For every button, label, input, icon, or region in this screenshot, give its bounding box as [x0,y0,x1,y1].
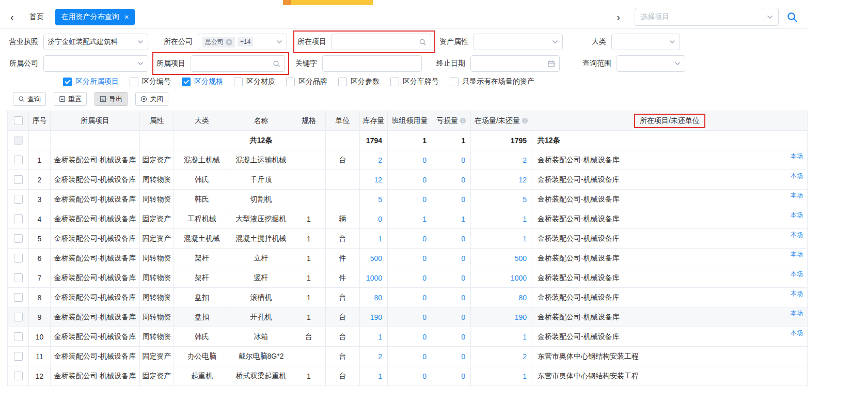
onsite-value-link[interactable]: 1 [523,333,527,341]
onsite-value-link[interactable]: 80 [518,294,527,302]
end-date-input[interactable] [470,55,560,72]
row-checkbox[interactable] [14,254,23,263]
distinguish-option[interactable]: 区分规格 [182,77,223,86]
close-button[interactable]: 关闭 [135,92,168,106]
select-all-checkbox[interactable] [14,116,23,125]
onsite-here-link[interactable]: 本场 [791,152,803,161]
distinguish-option[interactable]: 区分参数 [338,77,380,86]
onsite-here-link[interactable]: 本场 [791,329,803,337]
loss-value-link[interactable]: 0 [461,235,465,243]
loss-value-link[interactable]: 0 [461,294,465,302]
team-usage-value-link[interactable]: 0 [422,195,427,204]
project-select[interactable]: 选择项目 [635,8,779,26]
query-scope-select[interactable] [617,55,685,72]
onsite-value-link[interactable]: 1 [523,215,527,223]
tag-close-icon[interactable]: × [226,39,232,45]
row-checkbox[interactable] [14,293,23,302]
calendar-icon[interactable] [547,60,555,68]
onsite-here-link[interactable]: 本场 [791,309,803,318]
loss-value-link[interactable]: 0 [461,254,465,263]
loss-value-link[interactable]: 0 [461,195,465,204]
team-usage-value-link[interactable]: 0 [422,274,427,282]
distinguish-option[interactable]: 区分编号 [130,77,171,86]
team-usage-value-link[interactable]: 0 [422,372,427,380]
info-icon[interactable] [522,117,528,124]
loss-value-link[interactable]: 0 [461,156,465,164]
stock-value-link[interactable]: 80 [374,294,382,302]
distinguish-option[interactable]: 区分品牌 [286,77,327,86]
option-checkbox[interactable] [450,78,459,86]
tab-home[interactable]: 首页 [21,9,52,25]
onsite-here-link[interactable]: 本场 [791,172,803,180]
loss-value-link[interactable]: 0 [461,333,465,341]
stock-value-link[interactable]: 1 [378,333,382,341]
row-checkbox[interactable] [14,195,23,204]
onsite-value-link[interactable]: 12 [518,176,527,184]
stock-value-link[interactable]: 5 [378,195,382,204]
onsite-here-link[interactable]: 本场 [791,230,803,239]
option-checkbox[interactable] [234,78,243,86]
onsite-here-link[interactable]: 本场 [791,289,803,298]
loss-value-link[interactable]: 0 [461,313,465,321]
team-usage-value-link[interactable]: 0 [422,156,427,164]
search-icon[interactable] [419,38,427,46]
team-usage-value-link[interactable]: 1 [422,215,427,223]
distinguish-option[interactable]: 区分所属项目 [63,77,119,86]
stock-value-link[interactable]: 2 [378,352,382,361]
loss-value-link[interactable]: 0 [461,274,465,282]
distinguish-option[interactable]: 区分材质 [234,77,275,86]
option-checkbox[interactable] [63,78,72,86]
loss-value-link[interactable]: 0 [461,176,465,184]
business-license-select[interactable]: 济宁金虹装配式建筑科 [43,34,148,50]
own-project-search-input[interactable] [191,55,285,72]
stock-value-link[interactable]: 1000 [366,274,382,282]
stock-value-link[interactable]: 1 [378,372,382,380]
stock-value-link[interactable]: 0 [378,215,382,223]
row-checkbox[interactable] [14,372,23,380]
stock-value-link[interactable]: 1 [378,235,382,243]
onsite-value-link[interactable]: 1 [523,372,527,380]
onsite-value-link[interactable]: 5 [523,195,527,204]
stock-value-link[interactable]: 190 [370,313,382,321]
option-checkbox[interactable] [130,78,138,86]
onsite-value-link[interactable]: 190 [515,313,527,321]
onsite-here-link[interactable]: 本场 [791,270,803,279]
row-checkbox[interactable] [14,273,23,282]
query-button[interactable]: 查询 [13,92,46,106]
team-usage-value-link[interactable]: 0 [422,176,427,184]
onsite-value-link[interactable]: 2 [523,156,527,164]
stock-value-link[interactable]: 12 [374,176,382,184]
category-select[interactable] [611,34,680,50]
onsite-here-link[interactable]: 本场 [791,250,803,259]
team-usage-value-link[interactable]: 0 [422,333,427,341]
team-usage-value-link[interactable]: 0 [422,294,427,302]
row-checkbox[interactable] [14,175,23,184]
tab-close-icon[interactable]: × [124,13,129,21]
onsite-value-link[interactable]: 1000 [511,274,527,282]
team-usage-value-link[interactable]: 0 [422,235,427,243]
row-checkbox[interactable] [14,313,23,321]
distinguish-option[interactable]: 区分车牌号 [390,77,439,86]
onsite-here-link[interactable]: 本场 [791,211,803,220]
row-checkbox[interactable] [14,214,23,223]
tabs-scroll-right-icon[interactable]: › [613,12,623,22]
asset-attr-select[interactable] [474,34,563,50]
option-checkbox[interactable] [286,78,295,86]
company-more-tag[interactable]: +14 [238,37,253,47]
keyword-input[interactable] [322,55,422,72]
stock-value-link[interactable]: 2 [378,156,382,164]
export-button[interactable]: 导出 [94,92,128,106]
project-at-search-input[interactable] [332,34,431,50]
own-company-select[interactable] [43,55,148,72]
loss-value-link[interactable]: 0 [461,372,465,380]
row-checkbox[interactable] [14,156,23,164]
reset-button[interactable]: 重置 [54,92,87,106]
row-checkbox[interactable] [14,352,23,361]
tab-active-asset-query[interactable]: 在用资产分布查询 × [55,9,135,25]
loss-value-link[interactable]: 0 [461,352,465,361]
company-at-select[interactable]: 总公司 × +14 [198,34,287,50]
info-icon[interactable] [460,117,466,124]
option-checkbox[interactable] [338,78,347,86]
onsite-value-link[interactable]: 2 [523,352,527,361]
team-usage-value-link[interactable]: 0 [422,352,427,361]
